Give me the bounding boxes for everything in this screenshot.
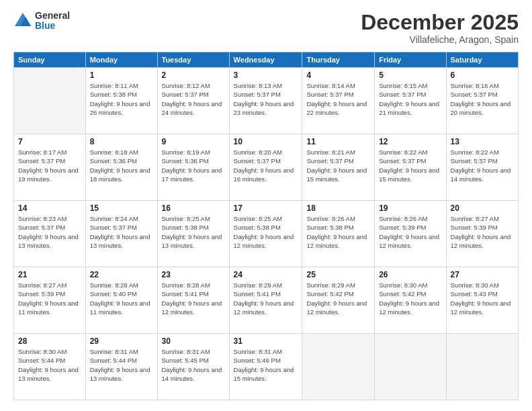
day-detail: Sunrise: 8:18 AMSunset: 5:36 PMDaylight:… bbox=[90, 148, 153, 183]
calendar-cell: 12Sunrise: 8:22 AMSunset: 5:37 PMDayligh… bbox=[375, 134, 446, 201]
calendar-week-row: 1Sunrise: 8:11 AMSunset: 5:38 PMDaylight… bbox=[14, 68, 519, 134]
day-number: 5 bbox=[379, 71, 441, 80]
day-info-line: Daylight: 9 hours and 12 minutes. bbox=[306, 299, 370, 317]
day-info-line: Sunrise: 8:22 AM bbox=[451, 148, 514, 156]
day-info-line: Sunset: 5:41 PM bbox=[234, 289, 298, 298]
calendar-cell: 6Sunrise: 8:16 AMSunset: 5:37 PMDaylight… bbox=[446, 68, 518, 134]
logo-blue-label: Blue bbox=[35, 21, 70, 31]
day-info-line: Sunset: 5:40 PM bbox=[90, 289, 153, 298]
day-detail: Sunrise: 8:31 AMSunset: 5:45 PMDaylight:… bbox=[162, 347, 225, 383]
col-thursday: Thursday bbox=[302, 52, 375, 68]
calendar-cell: 11Sunrise: 8:21 AMSunset: 5:37 PMDayligh… bbox=[302, 134, 375, 201]
day-info-line: Sunrise: 8:29 AM bbox=[306, 281, 370, 289]
day-info-line: Sunset: 5:36 PM bbox=[90, 156, 153, 165]
day-info-line: Daylight: 9 hours and 12 minutes. bbox=[451, 232, 514, 250]
day-info-line: Daylight: 9 hours and 12 minutes. bbox=[234, 299, 298, 317]
day-detail: Sunrise: 8:15 AMSunset: 5:37 PMDaylight:… bbox=[379, 81, 441, 117]
day-number: 27 bbox=[451, 270, 514, 279]
calendar-week-row: 7Sunrise: 8:17 AMSunset: 5:37 PMDaylight… bbox=[14, 134, 519, 201]
day-number: 21 bbox=[18, 270, 81, 279]
calendar-cell: 7Sunrise: 8:17 AMSunset: 5:37 PMDaylight… bbox=[14, 134, 86, 201]
day-info-line: Sunrise: 8:29 AM bbox=[234, 281, 298, 289]
day-info-line: Sunrise: 8:11 AM bbox=[90, 81, 153, 90]
day-info-line: Daylight: 9 hours and 24 minutes. bbox=[162, 99, 225, 118]
calendar-cell: 13Sunrise: 8:22 AMSunset: 5:37 PMDayligh… bbox=[446, 134, 518, 201]
day-detail: Sunrise: 8:22 AMSunset: 5:37 PMDaylight:… bbox=[379, 148, 441, 183]
day-info-line: Sunrise: 8:27 AM bbox=[451, 214, 514, 223]
day-info-line: Sunrise: 8:30 AM bbox=[18, 347, 81, 356]
day-info-line: Daylight: 9 hours and 15 minutes. bbox=[379, 166, 441, 184]
day-number: 24 bbox=[234, 270, 298, 279]
location-subtitle: Villafeliche, Aragon, Spain bbox=[361, 34, 519, 45]
day-detail: Sunrise: 8:31 AMSunset: 5:46 PMDaylight:… bbox=[234, 347, 298, 383]
day-info-line: Daylight: 9 hours and 17 minutes. bbox=[162, 166, 225, 184]
day-info-line: Sunrise: 8:15 AM bbox=[379, 81, 441, 90]
day-info-line: Daylight: 9 hours and 19 minutes. bbox=[18, 166, 81, 184]
day-number: 28 bbox=[18, 336, 81, 346]
day-info-line: Sunset: 5:44 PM bbox=[18, 356, 81, 365]
day-detail: Sunrise: 8:21 AMSunset: 5:37 PMDaylight:… bbox=[306, 148, 370, 183]
day-detail: Sunrise: 8:25 AMSunset: 5:38 PMDaylight:… bbox=[234, 214, 298, 250]
day-detail: Sunrise: 8:30 AMSunset: 5:42 PMDaylight:… bbox=[379, 281, 441, 316]
day-info-line: Daylight: 9 hours and 12 minutes. bbox=[162, 299, 225, 317]
day-detail: Sunrise: 8:24 AMSunset: 5:37 PMDaylight:… bbox=[90, 214, 153, 250]
calendar-cell: 3Sunrise: 8:13 AMSunset: 5:37 PMDaylight… bbox=[229, 68, 302, 134]
day-info-line: Sunrise: 8:18 AM bbox=[90, 148, 153, 156]
calendar-cell: 29Sunrise: 8:31 AMSunset: 5:44 PMDayligh… bbox=[85, 334, 157, 400]
day-info-line: Sunset: 5:42 PM bbox=[306, 289, 370, 298]
day-detail: Sunrise: 8:29 AMSunset: 5:42 PMDaylight:… bbox=[306, 281, 370, 316]
day-info-line: Sunset: 5:37 PM bbox=[306, 156, 370, 165]
day-info-line: Sunset: 5:37 PM bbox=[162, 90, 225, 99]
day-number: 9 bbox=[162, 137, 225, 146]
day-info-line: Daylight: 9 hours and 12 minutes. bbox=[379, 232, 441, 250]
calendar-header: Sunday Monday Tuesday Wednesday Thursday… bbox=[14, 52, 519, 68]
day-info-line: Sunset: 5:37 PM bbox=[379, 156, 441, 165]
day-info-line: Sunrise: 8:31 AM bbox=[162, 347, 225, 356]
calendar-cell: 18Sunrise: 8:26 AMSunset: 5:38 PMDayligh… bbox=[302, 201, 375, 267]
day-info-line: Sunrise: 8:26 AM bbox=[379, 214, 441, 223]
logo-icon bbox=[13, 11, 32, 30]
logo-general-label: General bbox=[35, 11, 70, 21]
header: General Blue December 2025 Villafeliche,… bbox=[13, 11, 519, 45]
day-info-line: Sunrise: 8:28 AM bbox=[162, 281, 225, 289]
day-number: 29 bbox=[90, 336, 153, 346]
day-info-line: Daylight: 9 hours and 13 minutes. bbox=[90, 232, 153, 250]
day-detail: Sunrise: 8:14 AMSunset: 5:37 PMDaylight:… bbox=[306, 81, 370, 117]
day-detail: Sunrise: 8:28 AMSunset: 5:40 PMDaylight:… bbox=[90, 281, 153, 316]
calendar-cell: 25Sunrise: 8:29 AMSunset: 5:42 PMDayligh… bbox=[302, 267, 375, 334]
calendar-cell: 17Sunrise: 8:25 AMSunset: 5:38 PMDayligh… bbox=[229, 201, 302, 267]
day-info-line: Daylight: 9 hours and 20 minutes. bbox=[451, 99, 514, 118]
day-info-line: Daylight: 9 hours and 21 minutes. bbox=[379, 99, 441, 118]
day-detail: Sunrise: 8:31 AMSunset: 5:44 PMDaylight:… bbox=[90, 347, 153, 383]
day-detail: Sunrise: 8:26 AMSunset: 5:38 PMDaylight:… bbox=[306, 214, 370, 250]
day-info-line: Daylight: 9 hours and 13 minutes. bbox=[18, 365, 81, 383]
day-info-line: Sunset: 5:43 PM bbox=[451, 289, 514, 298]
day-info-line: Sunset: 5:42 PM bbox=[379, 289, 441, 298]
day-number: 7 bbox=[18, 137, 81, 146]
day-info-line: Sunrise: 8:22 AM bbox=[379, 148, 441, 156]
day-info-line: Sunset: 5:38 PM bbox=[90, 90, 153, 99]
day-number: 25 bbox=[306, 270, 370, 279]
day-info-line: Daylight: 9 hours and 12 minutes. bbox=[451, 299, 514, 317]
day-detail: Sunrise: 8:27 AMSunset: 5:39 PMDaylight:… bbox=[451, 214, 514, 250]
col-monday: Monday bbox=[85, 52, 157, 68]
day-number: 18 bbox=[306, 203, 370, 213]
day-detail: Sunrise: 8:26 AMSunset: 5:39 PMDaylight:… bbox=[379, 214, 441, 250]
calendar-cell: 30Sunrise: 8:31 AMSunset: 5:45 PMDayligh… bbox=[157, 334, 229, 400]
calendar-cell: 20Sunrise: 8:27 AMSunset: 5:39 PMDayligh… bbox=[446, 201, 518, 267]
calendar-cell: 16Sunrise: 8:25 AMSunset: 5:38 PMDayligh… bbox=[157, 201, 229, 267]
calendar-cell: 24Sunrise: 8:29 AMSunset: 5:41 PMDayligh… bbox=[229, 267, 302, 334]
day-detail: Sunrise: 8:12 AMSunset: 5:37 PMDaylight:… bbox=[162, 81, 225, 117]
day-detail: Sunrise: 8:27 AMSunset: 5:39 PMDaylight:… bbox=[18, 281, 81, 316]
col-friday: Friday bbox=[375, 52, 446, 68]
calendar-cell: 1Sunrise: 8:11 AMSunset: 5:38 PMDaylight… bbox=[85, 68, 157, 134]
day-info-line: Daylight: 9 hours and 11 minutes. bbox=[18, 299, 81, 317]
day-info-line: Sunrise: 8:27 AM bbox=[18, 281, 81, 289]
day-info-line: Daylight: 9 hours and 15 minutes. bbox=[234, 365, 298, 383]
day-number: 12 bbox=[379, 137, 441, 146]
calendar-cell: 31Sunrise: 8:31 AMSunset: 5:46 PMDayligh… bbox=[229, 334, 302, 400]
day-info-line: Daylight: 9 hours and 18 minutes. bbox=[90, 166, 153, 184]
col-wednesday: Wednesday bbox=[229, 52, 302, 68]
day-number: 6 bbox=[451, 71, 514, 80]
day-number: 15 bbox=[90, 203, 153, 213]
